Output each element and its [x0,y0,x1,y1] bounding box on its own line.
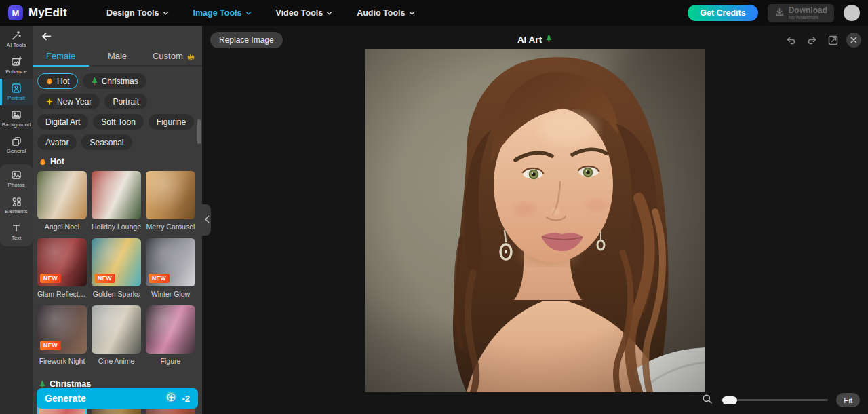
style-list: HotChristmasNew YearPortraitDigital ArtS… [33,67,202,414]
chip-new-year[interactable]: New Year [37,94,100,109]
style-thumb-angel-noel[interactable] [37,171,87,219]
tab-custom[interactable]: Custom [146,47,202,65]
style-label: Glam Reflection [37,290,87,298]
get-credits-button[interactable]: Get Credits [688,5,757,21]
tab-female[interactable]: Female [33,47,89,65]
rail-item-general[interactable]: General [0,132,33,158]
style-thumb-golden-sparks[interactable]: NEW [92,238,141,286]
canvas-title: AI Art [517,34,553,45]
tool-rail-top-group: AI ToolsEnhancePortraitBackgroundGeneral [0,26,33,158]
zoom-slider-thumb[interactable] [722,396,737,404]
generate-button[interactable]: Generate -2 [37,388,198,409]
style-cell: NEWGolden Sparks [92,238,141,305]
undo-button[interactable] [783,33,798,48]
generate-cost-group: -2 [165,392,190,405]
style-thumb-cine-anime[interactable] [92,305,141,354]
flame-icon [39,157,47,166]
chip-christmas[interactable]: Christmas [83,73,146,89]
generate-label: Generate [45,393,86,404]
chip-label: Hot [57,77,70,86]
new-badge: NEW [149,274,170,283]
style-thumb-glam-reflection[interactable]: NEW [37,238,87,286]
menu-design-tools[interactable]: Design Tools [106,8,169,18]
download-button[interactable]: Download No Watermark [768,4,834,22]
style-label: Firework Night [37,357,87,365]
style-cell: NEWWinter Glow [146,238,195,305]
style-label: Holiday Lounge [92,223,141,231]
menu-label: Video Tools [276,8,323,18]
export-image-button[interactable] [825,33,840,48]
download-sublabel: No Watermark [789,15,819,20]
fit-button[interactable]: Fit [836,393,860,407]
download-icon [774,7,785,19]
zoom-slider[interactable] [721,399,828,402]
menu-video-tools[interactable]: Video Tools [276,8,333,18]
rail-item-photos[interactable]: Photos [0,166,33,192]
style-label: Cine Anime [92,357,141,365]
chip-figurine[interactable]: Figurine [149,114,194,130]
layers-icon [12,136,22,147]
style-cell: NEWGlam Reflection [37,238,87,305]
menu-image-tools[interactable]: Image Tools [193,8,252,18]
menu-audio-tools[interactable]: Audio Tools [357,8,414,18]
rail-item-elements[interactable]: Elements [0,192,33,219]
chip-seasonal[interactable]: Seasonal [81,134,132,150]
chip-soft-toon[interactable]: Soft Toon [93,114,143,130]
myedit-app: M MyEdit Design ToolsImage ToolsVideo To… [0,0,868,414]
menu-label: Design Tools [106,8,159,18]
section-title: Christmas [50,379,91,389]
chip-label: Figurine [157,117,186,127]
panel-scrollbar[interactable] [197,119,201,144]
style-thumb-holiday-lounge[interactable] [92,171,141,219]
chip-avatar[interactable]: Avatar [37,134,77,150]
tab-male[interactable]: Male [89,47,145,65]
style-thumb-figure[interactable] [146,305,195,354]
chip-hot[interactable]: Hot [37,73,78,89]
section-header-christmas: Christmas [39,379,197,389]
tree-icon [91,77,98,86]
rail-item-text[interactable]: Text [0,219,33,245]
section-header-hot: Hot [39,157,197,166]
new-badge: NEW [40,341,61,350]
chip-label: Seasonal [90,138,123,147]
chip-digital-art[interactable]: Digital Art [37,114,88,130]
background-image-icon [11,109,22,120]
rail-item-background[interactable]: Background [0,105,33,132]
filter-chips: HotChristmasNew YearPortraitDigital ArtS… [37,73,197,150]
gender-tabs: FemaleMaleCustom [33,47,202,67]
main-nav: Design ToolsImage ToolsVideo ToolsAudio … [106,8,415,18]
style-cell: NEWFirework Night [37,305,87,373]
canvas-header: Replace Image AI Art [202,31,868,49]
rail-item-enhance[interactable]: Enhance [0,52,33,79]
tab-label: Male [108,51,127,61]
tool-rail: AI ToolsEnhancePortraitBackgroundGeneral… [0,26,33,414]
portrait-frame-icon [11,83,22,94]
rail-item-portrait[interactable]: Portrait [0,79,33,105]
back-button[interactable] [38,29,54,45]
panel-collapse-handle[interactable] [202,204,211,236]
style-label: Figure [146,357,195,365]
user-avatar[interactable] [844,5,860,21]
credit-cost: -2 [182,394,190,404]
chip-label: Digital Art [45,117,80,127]
style-thumb-firework-night[interactable]: NEW [37,305,87,354]
chip-label: New Year [57,97,92,107]
style-label: Winter Glow [146,290,195,298]
brand[interactable]: M MyEdit [8,5,67,20]
style-panel: FemaleMaleCustom HotChristmasNew YearPor… [33,26,202,414]
portrait-image [365,49,705,392]
redo-button[interactable] [804,33,819,48]
replace-image-button[interactable]: Replace Image [210,32,283,48]
text-t-icon [12,223,21,233]
style-label: Merry Carousel [146,223,195,231]
chip-label: Soft Toon [101,117,135,127]
close-button[interactable] [846,33,861,48]
chip-label: Avatar [45,138,68,147]
arrow-left-icon [41,34,52,44]
chip-portrait[interactable]: Portrait [104,94,147,109]
rail-item-ai-tools[interactable]: AI Tools [0,26,33,52]
tab-label: Female [46,51,75,61]
style-thumb-winter-glow[interactable]: NEW [146,238,195,286]
style-thumb-merry-carousel[interactable] [146,171,195,219]
app-name: MyEdit [28,6,67,20]
